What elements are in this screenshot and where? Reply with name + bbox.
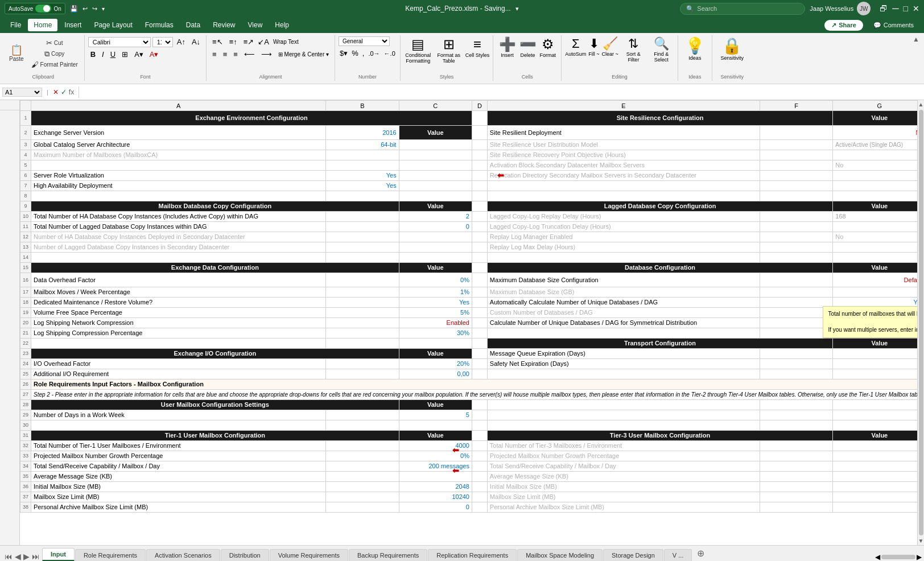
cell-site-resilient-empty[interactable] — [760, 125, 832, 139]
col-header-D[interactable]: C — [399, 101, 472, 111]
cell-auto-calc-empty[interactable] — [760, 297, 832, 307]
menu-data[interactable]: Data — [180, 19, 206, 31]
cell-ha-sec-val[interactable] — [399, 232, 472, 242]
formula-input[interactable] — [84, 89, 922, 96]
tab-input[interactable]: Input — [42, 548, 75, 561]
cell-empty-30g[interactable] — [833, 420, 917, 430]
cell-activation-val[interactable]: No — [833, 160, 917, 170]
cell-tier1-growth-label[interactable]: Projected Mailbox Number Growth Percenta… — [31, 451, 326, 461]
percent-icon[interactable]: % — [350, 48, 360, 59]
cell-moves-label[interactable]: Mailbox Moves / Week Percentage — [31, 287, 326, 297]
cell-tier3-init-label[interactable]: Initial Mailbox Size (MB) — [487, 481, 760, 492]
cell-overhead-val[interactable]: 0% — [399, 273, 472, 287]
cell-empty-22[interactable] — [31, 338, 326, 348]
decimal-inc[interactable]: .0→ — [367, 49, 381, 58]
cell-gc-label[interactable]: Global Catalog Server Architecture — [31, 139, 326, 150]
format-button[interactable]: ⚙ Format — [540, 36, 556, 58]
cell-max-db-size-val[interactable]: Default — [833, 273, 917, 287]
cell-empty-8b[interactable] — [326, 191, 399, 201]
cell-tier3-msgsize-label[interactable]: Average Message Size (KB) — [487, 471, 760, 481]
cell-tier3-sendrecv-empty[interactable] — [760, 461, 832, 471]
scroll-down[interactable]: ▼ — [917, 537, 924, 545]
cell-lagged-db-empty[interactable] — [326, 221, 399, 232]
tab-mailbox-space-modeling[interactable]: Mailbox Space Modeling — [517, 549, 603, 561]
cell-moves-empty[interactable] — [326, 287, 399, 297]
cell-lagged-sec-label[interactable]: Number of Lagged Database Copy Instances… — [31, 242, 326, 252]
cell-empty-25e[interactable] — [487, 369, 760, 379]
cell-empty-28f[interactable] — [760, 399, 832, 410]
cell-tier1-sendrecv-label[interactable]: Total Send/Receive Capability / Mailbox … — [31, 461, 326, 471]
underline-button[interactable]: U — [108, 49, 118, 60]
cell-addl-io-label[interactable]: Additional I/O Requirement — [31, 369, 326, 379]
merge-center-button[interactable]: ⊞ Merge & Center ▾ — [276, 50, 331, 59]
cell-tier1-init-val[interactable]: 2048 — [399, 481, 472, 492]
tab-more[interactable]: V ... — [664, 549, 692, 561]
cell-lagged-replay-val[interactable]: 168 — [833, 211, 917, 221]
cell-lagged-replay-label[interactable]: Lagged Copy-Log Replay Delay (Hours) — [487, 211, 760, 221]
cell-maintenance-val[interactable]: Yes — [399, 297, 472, 307]
comments-button[interactable]: 💬 Comments — [868, 20, 919, 31]
cell-tier3-init-empty[interactable] — [760, 481, 832, 492]
cell-ha-sec-label[interactable]: Number of HA Database Copy Instances Dep… — [31, 232, 326, 242]
cell-calc-sym-empty[interactable] — [760, 317, 832, 328]
cell-site-dist-val[interactable]: Active/Active (Single DAG) — [833, 139, 917, 150]
cell-empty-7g[interactable] — [833, 180, 917, 191]
cell-replication-label[interactable]: Replication Directory Secondary Mailbox … — [487, 170, 760, 180]
paste-button[interactable]: 📋 Paste — [6, 36, 27, 71]
cell-empty-30e[interactable] — [487, 420, 760, 430]
cell-tier1-init-empty[interactable] — [326, 481, 399, 492]
cell-empty-8[interactable] — [31, 191, 326, 201]
cell-maintenance-label[interactable]: Dedicated Maintenance / Restore Volume? — [31, 297, 326, 307]
col-header-B[interactable]: A — [31, 101, 326, 111]
cell-msg-queue-val[interactable]: 2 — [833, 348, 917, 358]
cell-site-dist-empty[interactable] — [760, 139, 832, 150]
tab-last[interactable]: ⏭ — [32, 552, 40, 561]
cell-exchange-version-val[interactable]: 2016 — [326, 125, 399, 139]
decimal-dec[interactable]: ←.0 — [383, 49, 397, 58]
cell-msg-queue-empty[interactable] — [760, 348, 832, 358]
h-scrollbar[interactable]: ◀ ▶ — [875, 553, 922, 561]
indent-inc[interactable]: ⟶ — [259, 49, 274, 60]
bold-button[interactable]: B — [88, 49, 98, 60]
cell-empty-14[interactable] — [31, 252, 326, 262]
cell-tier3-limit-empty[interactable] — [760, 492, 832, 502]
currency-icon[interactable]: $▾ — [339, 48, 349, 59]
tab-activation-scenarios[interactable]: Activation Scenarios — [146, 549, 220, 561]
cell-tier1-msgsize-val[interactable] — [399, 471, 472, 481]
save-icon[interactable]: 💾 — [70, 5, 78, 13]
cell-addl-io-val[interactable]: 0,00 — [399, 369, 472, 379]
fill-color-icon[interactable]: A▾ — [132, 49, 146, 60]
cell-replay-enabled-empty[interactable] — [760, 232, 832, 242]
cell-ha-db-label[interactable]: Total Number of HA Database Copy Instanc… — [31, 211, 326, 221]
cell-logship-label[interactable]: Log Shipping Network Compression — [31, 317, 326, 328]
cell-max-db-size-label[interactable]: Maximum Database Size Configuration — [487, 273, 760, 287]
col-header-E[interactable]: D — [472, 101, 487, 111]
menu-view[interactable]: View — [242, 19, 269, 31]
cell-empty-21f[interactable] — [760, 328, 832, 338]
cell-tier1-limit-val[interactable]: 10240 — [399, 492, 472, 502]
cell-empty-29f[interactable] — [760, 410, 832, 420]
cell-empty-30[interactable] — [31, 420, 326, 430]
cell-tier3-limit-val[interactable] — [833, 492, 917, 502]
cell-lagged-trunc-val[interactable] — [833, 221, 917, 232]
add-sheet-button[interactable]: ⊕ — [692, 546, 709, 561]
fill-button[interactable]: ⬇ Fill ~ — [588, 36, 599, 63]
cell-empty-21e[interactable] — [487, 328, 760, 338]
cell-freespace-empty[interactable] — [326, 307, 399, 317]
tab-next[interactable]: ▶ — [23, 552, 30, 561]
cell-tier1-archive-label[interactable]: Personal Archive Mailbox Size Limit (MB) — [31, 502, 326, 512]
border-icon[interactable]: ⊞ — [119, 49, 130, 60]
insert-button[interactable]: ➕ Insert — [499, 36, 516, 58]
cell-tier1-growth-val[interactable]: 0% — [399, 451, 472, 461]
font-family-select[interactable]: Calibri — [88, 37, 151, 47]
cell-lagged-sec-val[interactable] — [399, 242, 472, 252]
hscroll-right[interactable]: ▶ — [917, 553, 922, 561]
format-as-table-button[interactable]: ⊞ Format as Table — [435, 36, 463, 64]
autosave-badge[interactable]: AutoSave On — [5, 3, 65, 14]
cell-tier1-limit-label[interactable]: Mailbox Size Limit (MB) — [31, 492, 326, 502]
cell-tier1-msgsize-label[interactable]: Average Message Size (KB) — [31, 471, 326, 481]
cell-empty-8e[interactable] — [487, 191, 760, 201]
menu-review[interactable]: Review — [207, 19, 241, 31]
cell-moves-val[interactable]: 1% — [399, 287, 472, 297]
sensitivity-button[interactable]: 🔒 Sensitivity — [721, 36, 744, 69]
